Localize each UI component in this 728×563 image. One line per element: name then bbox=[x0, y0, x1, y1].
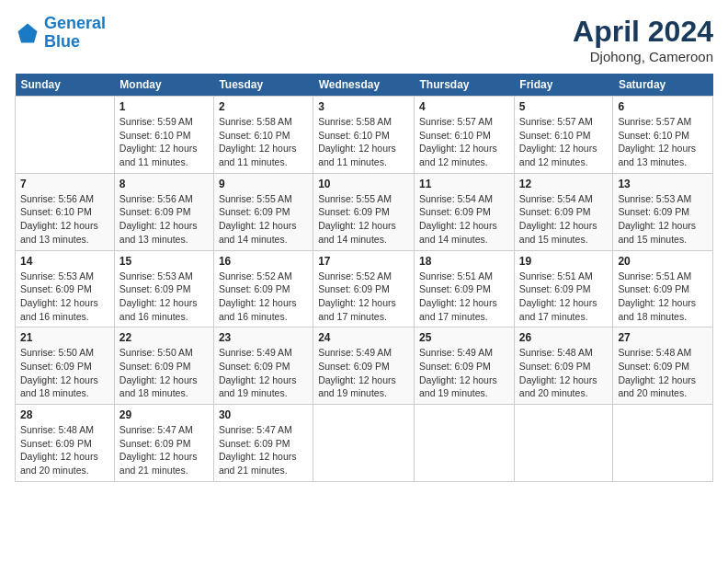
day-info: Sunrise: 5:52 AMSunset: 6:09 PMDaylight:… bbox=[318, 270, 409, 324]
col-saturday: Saturday bbox=[613, 74, 713, 97]
day-number: 14 bbox=[20, 255, 109, 268]
day-info: Sunrise: 5:47 AMSunset: 6:09 PMDaylight:… bbox=[119, 423, 209, 477]
day-number: 11 bbox=[419, 178, 509, 190]
calendar-cell: 13 Sunrise: 5:53 AMSunset: 6:09 PMDaylig… bbox=[613, 173, 713, 250]
day-info: Sunrise: 5:55 AMSunset: 6:09 PMDaylight:… bbox=[219, 192, 308, 247]
calendar-week-0: 1 Sunrise: 5:59 AMSunset: 6:10 PMDayligh… bbox=[16, 97, 713, 174]
calendar-cell: 26 Sunrise: 5:48 AMSunset: 6:09 PMDaylig… bbox=[514, 327, 613, 405]
day-info: Sunrise: 5:53 AMSunset: 6:09 PMDaylight:… bbox=[618, 192, 708, 247]
calendar-cell: 27 Sunrise: 5:48 AMSunset: 6:09 PMDaylig… bbox=[613, 327, 713, 405]
day-number: 26 bbox=[519, 331, 609, 344]
location: Djohong, Cameroon bbox=[573, 49, 713, 64]
calendar-week-1: 7 Sunrise: 5:56 AMSunset: 6:10 PMDayligh… bbox=[16, 173, 713, 250]
calendar-cell: 18 Sunrise: 5:51 AMSunset: 6:09 PMDaylig… bbox=[415, 250, 515, 327]
calendar-cell: 23 Sunrise: 5:49 AMSunset: 6:09 PMDaylig… bbox=[213, 327, 313, 405]
calendar-cell: 20 Sunrise: 5:51 AMSunset: 6:09 PMDaylig… bbox=[613, 250, 713, 327]
col-sunday: Sunday bbox=[16, 74, 115, 97]
day-number: 23 bbox=[219, 331, 308, 344]
calendar-cell: 7 Sunrise: 5:56 AMSunset: 6:10 PMDayligh… bbox=[16, 173, 115, 250]
day-info: Sunrise: 5:57 AMSunset: 6:10 PMDaylight:… bbox=[618, 115, 708, 169]
day-info: Sunrise: 5:58 AMSunset: 6:10 PMDaylight:… bbox=[219, 115, 308, 169]
calendar-cell: 24 Sunrise: 5:49 AMSunset: 6:09 PMDaylig… bbox=[313, 327, 415, 405]
day-number: 20 bbox=[618, 255, 708, 268]
day-info: Sunrise: 5:51 AMSunset: 6:09 PMDaylight:… bbox=[618, 270, 708, 324]
calendar-cell: 15 Sunrise: 5:53 AMSunset: 6:09 PMDaylig… bbox=[114, 250, 213, 327]
day-number: 2 bbox=[219, 100, 308, 113]
calendar-cell bbox=[16, 97, 115, 174]
day-info: Sunrise: 5:57 AMSunset: 6:10 PMDaylight:… bbox=[519, 115, 609, 169]
col-tuesday: Tuesday bbox=[213, 74, 313, 97]
calendar-cell bbox=[415, 405, 515, 482]
calendar-cell: 14 Sunrise: 5:53 AMSunset: 6:09 PMDaylig… bbox=[16, 250, 115, 327]
calendar-cell: 3 Sunrise: 5:58 AMSunset: 6:10 PMDayligh… bbox=[313, 97, 415, 174]
logo-line1: General bbox=[44, 14, 106, 32]
calendar-cell bbox=[514, 405, 613, 482]
calendar-cell: 1 Sunrise: 5:59 AMSunset: 6:10 PMDayligh… bbox=[114, 97, 213, 174]
header: General Blue April 2024 Djohong, Cameroo… bbox=[15, 15, 713, 64]
calendar-week-2: 14 Sunrise: 5:53 AMSunset: 6:09 PMDaylig… bbox=[16, 250, 713, 327]
month-title: April 2024 bbox=[573, 15, 713, 49]
calendar-cell bbox=[613, 405, 713, 482]
day-number: 28 bbox=[20, 408, 109, 421]
day-number: 3 bbox=[318, 100, 409, 113]
day-number: 27 bbox=[618, 331, 708, 344]
calendar-cell: 29 Sunrise: 5:47 AMSunset: 6:09 PMDaylig… bbox=[114, 405, 213, 482]
day-number: 29 bbox=[119, 408, 209, 421]
calendar-cell: 4 Sunrise: 5:57 AMSunset: 6:10 PMDayligh… bbox=[415, 97, 515, 174]
title-area: April 2024 Djohong, Cameroon bbox=[573, 15, 713, 64]
calendar-cell: 5 Sunrise: 5:57 AMSunset: 6:10 PMDayligh… bbox=[514, 97, 613, 174]
day-info: Sunrise: 5:57 AMSunset: 6:10 PMDaylight:… bbox=[419, 115, 509, 169]
day-number: 8 bbox=[119, 178, 209, 190]
calendar-week-3: 21 Sunrise: 5:50 AMSunset: 6:09 PMDaylig… bbox=[16, 327, 713, 405]
calendar-cell: 22 Sunrise: 5:50 AMSunset: 6:09 PMDaylig… bbox=[114, 327, 213, 405]
calendar-cell: 30 Sunrise: 5:47 AMSunset: 6:09 PMDaylig… bbox=[213, 405, 313, 482]
day-info: Sunrise: 5:51 AMSunset: 6:09 PMDaylight:… bbox=[419, 270, 509, 324]
day-number: 21 bbox=[20, 331, 109, 344]
day-number: 7 bbox=[20, 178, 109, 190]
col-friday: Friday bbox=[514, 74, 613, 97]
calendar-cell: 21 Sunrise: 5:50 AMSunset: 6:09 PMDaylig… bbox=[16, 327, 115, 405]
day-info: Sunrise: 5:58 AMSunset: 6:10 PMDaylight:… bbox=[318, 115, 409, 169]
day-number: 9 bbox=[219, 178, 308, 190]
calendar-cell: 17 Sunrise: 5:52 AMSunset: 6:09 PMDaylig… bbox=[313, 250, 415, 327]
day-info: Sunrise: 5:54 AMSunset: 6:09 PMDaylight:… bbox=[419, 192, 509, 247]
day-number: 16 bbox=[219, 255, 308, 268]
day-info: Sunrise: 5:55 AMSunset: 6:09 PMDaylight:… bbox=[318, 192, 409, 247]
day-info: Sunrise: 5:53 AMSunset: 6:09 PMDaylight:… bbox=[119, 270, 209, 324]
header-row: Sunday Monday Tuesday Wednesday Thursday… bbox=[16, 74, 713, 97]
day-info: Sunrise: 5:47 AMSunset: 6:09 PMDaylight:… bbox=[219, 423, 308, 477]
day-number: 13 bbox=[618, 178, 708, 190]
calendar-cell: 10 Sunrise: 5:55 AMSunset: 6:09 PMDaylig… bbox=[313, 173, 415, 250]
calendar-cell: 12 Sunrise: 5:54 AMSunset: 6:09 PMDaylig… bbox=[514, 173, 613, 250]
calendar-cell: 19 Sunrise: 5:51 AMSunset: 6:09 PMDaylig… bbox=[514, 250, 613, 327]
svg-marker-0 bbox=[18, 23, 38, 42]
logo: General Blue bbox=[15, 15, 106, 52]
calendar-cell: 11 Sunrise: 5:54 AMSunset: 6:09 PMDaylig… bbox=[415, 173, 515, 250]
day-info: Sunrise: 5:48 AMSunset: 6:09 PMDaylight:… bbox=[20, 423, 109, 477]
day-number: 10 bbox=[318, 178, 409, 190]
calendar-week-4: 28 Sunrise: 5:48 AMSunset: 6:09 PMDaylig… bbox=[16, 405, 713, 482]
day-number: 1 bbox=[119, 100, 209, 113]
col-monday: Monday bbox=[114, 74, 213, 97]
day-info: Sunrise: 5:48 AMSunset: 6:09 PMDaylight:… bbox=[618, 346, 708, 400]
day-info: Sunrise: 5:48 AMSunset: 6:09 PMDaylight:… bbox=[519, 346, 609, 400]
calendar-cell: 9 Sunrise: 5:55 AMSunset: 6:09 PMDayligh… bbox=[213, 173, 313, 250]
day-info: Sunrise: 5:56 AMSunset: 6:10 PMDaylight:… bbox=[20, 192, 109, 247]
day-number: 12 bbox=[519, 178, 609, 190]
day-info: Sunrise: 5:53 AMSunset: 6:09 PMDaylight:… bbox=[20, 270, 109, 324]
day-number: 22 bbox=[119, 331, 209, 344]
calendar-cell bbox=[313, 405, 415, 482]
day-number: 30 bbox=[219, 408, 308, 421]
day-number: 24 bbox=[318, 331, 409, 344]
day-info: Sunrise: 5:51 AMSunset: 6:09 PMDaylight:… bbox=[519, 270, 609, 324]
day-number: 4 bbox=[419, 100, 509, 113]
day-info: Sunrise: 5:50 AMSunset: 6:09 PMDaylight:… bbox=[119, 346, 209, 400]
day-number: 19 bbox=[519, 255, 609, 268]
col-thursday: Thursday bbox=[415, 74, 515, 97]
day-info: Sunrise: 5:59 AMSunset: 6:10 PMDaylight:… bbox=[119, 115, 209, 169]
day-info: Sunrise: 5:54 AMSunset: 6:09 PMDaylight:… bbox=[519, 192, 609, 247]
day-info: Sunrise: 5:56 AMSunset: 6:09 PMDaylight:… bbox=[119, 192, 209, 247]
day-number: 6 bbox=[618, 100, 708, 113]
day-info: Sunrise: 5:49 AMSunset: 6:09 PMDaylight:… bbox=[419, 346, 509, 400]
day-info: Sunrise: 5:52 AMSunset: 6:09 PMDaylight:… bbox=[219, 270, 308, 324]
